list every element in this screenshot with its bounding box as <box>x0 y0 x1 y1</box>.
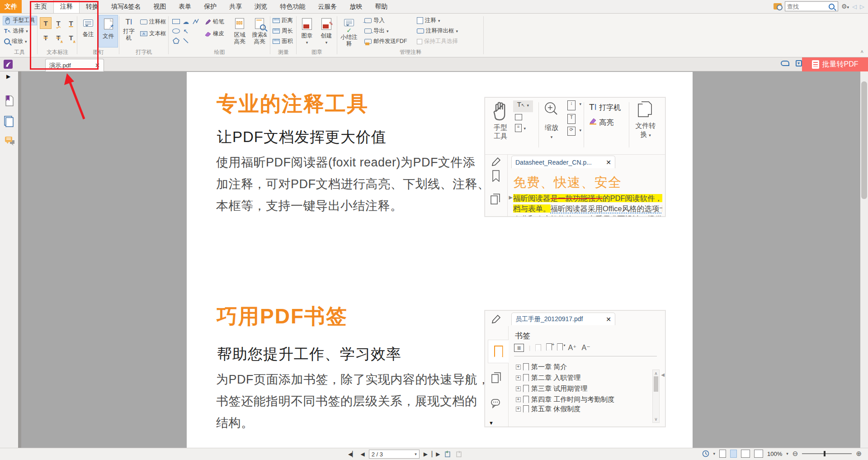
tab-comment[interactable]: 注释 <box>53 0 80 13</box>
highlight-text-tool[interactable]: T <box>40 17 52 29</box>
expand-sidebar-icon[interactable]: ▶ <box>6 73 10 80</box>
stamp-button[interactable]: 图章▾ <box>298 15 316 47</box>
eraser-button[interactable]: 橡皮 <box>203 29 226 38</box>
typewriter-button[interactable]: TI 打字机 <box>121 15 137 47</box>
tab-convert[interactable]: 转换 <box>80 0 105 13</box>
single-page-view-button[interactable] <box>719 450 726 458</box>
insert-text-tool[interactable]: T∧ <box>65 32 77 43</box>
area-button[interactable]: 面积 <box>271 37 294 46</box>
area-highlight-button[interactable]: 区域高亮 <box>231 15 249 47</box>
group-tools: 手型工具 T↖ 选择▾ 缩放▾ 工具 <box>2 14 37 57</box>
continuous-view-button[interactable] <box>730 450 737 458</box>
cloud-tool-icon[interactable]: ☁ <box>181 18 190 25</box>
read-mode-caret[interactable]: ▾ <box>713 451 716 456</box>
continuous-facing-view-button[interactable] <box>754 450 763 458</box>
mock2-scrollbar: ∧∨ <box>652 370 660 423</box>
rectangle-tool-icon[interactable] <box>172 19 180 24</box>
mock-select-tool: T↖ ▾ <box>513 100 533 112</box>
polygon-tool-icon[interactable] <box>173 38 179 44</box>
previous-page-button[interactable]: ◀ <box>360 451 364 457</box>
close-tab-icon[interactable]: ✕ <box>95 62 100 69</box>
comment-popup-button[interactable]: 注释弹出框▾ <box>415 26 459 36</box>
tab-view[interactable]: 视图 <box>147 0 172 13</box>
last-page-button[interactable]: ▏▶ <box>432 451 440 457</box>
find-box <box>785 1 838 11</box>
zoom-tool-button[interactable]: 缩放▾ <box>3 37 28 46</box>
tab-browse[interactable]: 浏览 <box>248 0 274 13</box>
tab-cloud[interactable]: 云服务 <box>311 0 343 13</box>
stamp-icon <box>302 18 312 30</box>
tab-fill-sign[interactable]: 填写&签名 <box>105 0 147 13</box>
first-page-button[interactable]: ◀▏ <box>348 451 356 457</box>
arrow-tool-icon[interactable]: ↖ <box>181 28 190 35</box>
perimeter-button[interactable]: 周长 <box>271 26 294 36</box>
batch-convert-pdf-button[interactable]: 批量转PDF <box>802 57 868 71</box>
tab-protect[interactable]: 保护 <box>198 0 223 13</box>
foxit-logo[interactable] <box>4 60 13 69</box>
note-button[interactable]: 备注 <box>79 15 98 47</box>
back-arrow-icon[interactable]: ◁ <box>852 3 857 10</box>
tab-slideshow[interactable]: 放映 <box>343 0 368 13</box>
sidebar-splitter[interactable] <box>18 71 21 448</box>
oval-tool-icon[interactable] <box>172 28 180 33</box>
search-folder-icon[interactable] <box>774 3 782 9</box>
zoom-in-button[interactable]: ⊕ <box>856 450 862 458</box>
create-stamp-button[interactable]: ✎ 创建▾ <box>317 15 335 47</box>
import-comments-button[interactable]: → 导入 <box>363 16 386 25</box>
gear-icon[interactable]: ⚙▾ <box>841 3 849 10</box>
callout-button[interactable]: 注释框 <box>139 17 168 27</box>
strikeout-tool[interactable]: T <box>40 32 52 43</box>
comment-panel-button[interactable]: 注释▾ <box>415 16 442 25</box>
pencil-button[interactable]: 铅笔 <box>203 17 226 27</box>
zoom-slider-knob[interactable] <box>824 451 826 456</box>
file-pin-icon: 📌︎ <box>104 19 113 29</box>
mock-sidebar: ▶ <box>485 155 508 216</box>
cloud-icon[interactable] <box>781 61 789 66</box>
polyline-tool-icon[interactable] <box>192 19 199 25</box>
hand-tool-button[interactable]: 手型工具 <box>3 16 37 25</box>
next-view-button[interactable] <box>455 451 462 458</box>
tab-features[interactable]: 特色功能 <box>274 0 311 13</box>
replace-text-tool[interactable]: T∧ <box>52 32 64 43</box>
file-attachment-button[interactable]: 📌︎ 文件 <box>99 15 118 47</box>
email-fdf-button[interactable]: 邮件发送FDF <box>363 37 408 46</box>
previous-view-button[interactable] <box>444 451 451 458</box>
search-icon[interactable] <box>829 4 835 9</box>
section1-body-line3: 本框等，支持一键导出小结注释。 <box>216 198 492 214</box>
pages-panel-icon[interactable] <box>4 116 15 128</box>
export-comments-button[interactable]: → 导出▾ <box>363 26 390 36</box>
vertical-scrollbar[interactable] <box>860 71 868 448</box>
select-tool-button[interactable]: T↖ 选择▾ <box>3 26 29 36</box>
zoom-out-button[interactable]: ⊖ <box>793 450 798 458</box>
tab-form[interactable]: 表单 <box>172 0 198 13</box>
tab-home[interactable]: 主页 <box>28 0 53 13</box>
page-number-box[interactable]: 2 / 3▾ <box>369 450 420 459</box>
squiggly-underline-tool[interactable]: T <box>52 17 64 29</box>
comments-panel-icon[interactable] <box>4 136 16 147</box>
read-mode-clock-icon[interactable] <box>702 450 709 457</box>
collapse-ribbon-icon[interactable]: ˄ <box>861 49 863 54</box>
zoom-caret[interactable]: ▾ <box>786 451 788 456</box>
scrollbar-thumb[interactable] <box>861 81 867 199</box>
line-tool-icon[interactable] <box>183 38 189 44</box>
perimeter-icon <box>273 28 280 33</box>
bookmark-panel-icon[interactable] <box>4 95 14 107</box>
next-page-button[interactable]: ▶ <box>424 451 428 457</box>
save-to-cloud-icon[interactable] <box>796 60 802 66</box>
zoom-slider[interactable] <box>802 453 852 454</box>
keep-tool-selected-checkbox[interactable]: 保持工具选择 <box>415 37 459 46</box>
summarize-comments-button[interactable]: ✓ 小结注释 <box>339 15 359 47</box>
group-text-markup: T T T T T∧ T∧ 文本标注 <box>38 14 77 57</box>
find-input[interactable] <box>787 3 829 10</box>
textbox-button[interactable]: A 文本框 <box>139 29 168 38</box>
facing-view-button[interactable] <box>741 450 750 458</box>
underline-tool[interactable]: T <box>65 17 77 29</box>
email-icon <box>364 39 372 44</box>
distance-button[interactable]: 距离 <box>271 16 294 25</box>
tab-share[interactable]: 共享 <box>223 0 248 13</box>
document-tab[interactable]: 演示.pdf ✕ <box>45 59 104 71</box>
forward-arrow-icon[interactable]: ▷ <box>860 3 864 10</box>
tab-help[interactable]: 帮助 <box>368 0 394 13</box>
search-highlight-button[interactable]: 搜索&高亮 <box>250 15 269 47</box>
file-menu-tab[interactable]: 文件 <box>0 0 22 13</box>
